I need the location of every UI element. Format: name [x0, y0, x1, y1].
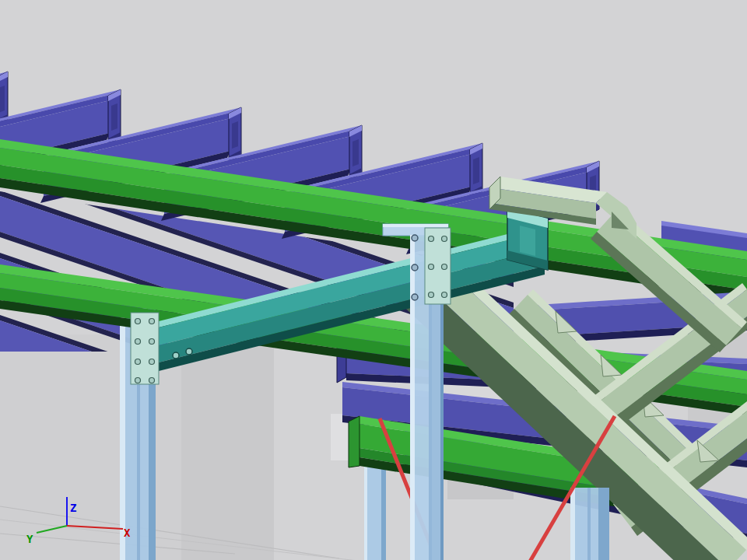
scene-canvas[interactable]: ZXY [0, 0, 747, 560]
lower-girder-part[interactable] [349, 416, 359, 467]
bolt[interactable] [149, 378, 155, 383]
teal-beam-end-section[interactable] [507, 208, 548, 270]
background-blocks-part [181, 334, 274, 560]
column-center-back[interactable] [364, 464, 386, 560]
roof-joist-3-part[interactable] [232, 121, 238, 149]
roof-joist-2-part[interactable] [111, 103, 117, 131]
bolt[interactable] [173, 352, 179, 359]
bolt[interactable] [429, 236, 434, 242]
bolt[interactable] [149, 339, 155, 345]
bolt[interactable] [186, 348, 192, 355]
teal-beam-end-section-part[interactable] [520, 226, 535, 256]
roof-joist-1-part[interactable] [0, 86, 5, 113]
column-left-part[interactable] [120, 308, 125, 560]
column-center-main-part[interactable] [410, 235, 415, 560]
axis-y-label: Y [26, 533, 33, 545]
axis-z-label: Z [70, 502, 76, 514]
bolt[interactable] [442, 236, 447, 242]
column-center-main-part[interactable] [383, 224, 448, 227]
bolt[interactable] [412, 235, 418, 241]
column-right-part[interactable] [587, 488, 591, 560]
bolt[interactable] [149, 359, 155, 365]
column-right-part[interactable] [598, 488, 609, 560]
column-center-back-part[interactable] [381, 464, 386, 560]
bolt[interactable] [429, 292, 434, 298]
bolt[interactable] [135, 378, 141, 383]
column-right-part[interactable] [570, 488, 575, 560]
bolt[interactable] [442, 264, 447, 270]
end-plate-left-column[interactable] [131, 313, 159, 384]
axis-x-label: X [124, 527, 131, 539]
bolt[interactable] [429, 264, 434, 270]
bolt[interactable] [135, 359, 141, 365]
model-viewport[interactable]: ZXY [0, 0, 747, 560]
bolt[interactable] [442, 292, 447, 298]
bolt[interactable] [412, 294, 418, 300]
end-plate-left-column-part[interactable] [131, 313, 159, 384]
bolt[interactable] [412, 264, 418, 271]
column-right[interactable] [570, 488, 609, 560]
bolt[interactable] [135, 319, 141, 324]
roof-joist-5-part[interactable] [473, 157, 479, 184]
column-center-back-part[interactable] [364, 464, 367, 560]
bolt[interactable] [149, 319, 155, 324]
roof-joist-4-part[interactable] [352, 139, 359, 166]
end-plate-center-column[interactable] [425, 228, 451, 304]
bolt[interactable] [135, 339, 141, 345]
